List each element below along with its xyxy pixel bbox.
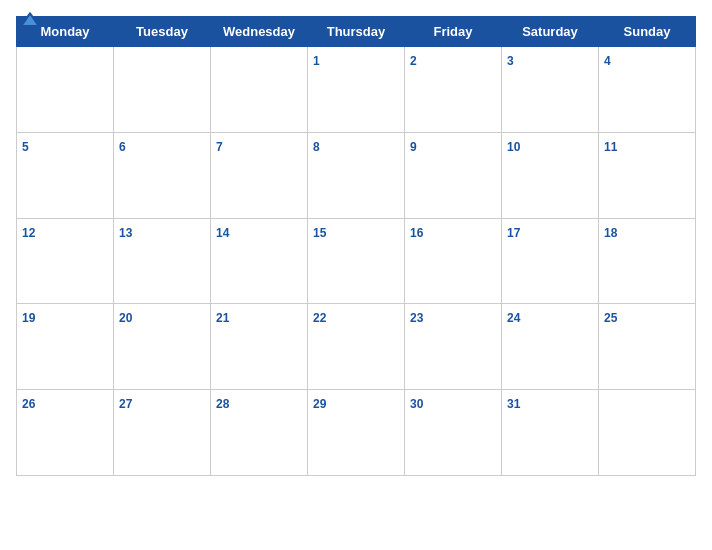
calendar-cell (599, 390, 696, 476)
logo-area (16, 10, 46, 30)
day-number: 22 (313, 311, 326, 325)
calendar-table: MondayTuesdayWednesdayThursdayFridaySatu… (16, 16, 696, 476)
calendar-cell: 4 (599, 47, 696, 133)
calendar-cell: 28 (211, 390, 308, 476)
calendar-cell: 25 (599, 304, 696, 390)
calendar-cell: 27 (114, 390, 211, 476)
calendar-cell: 26 (17, 390, 114, 476)
day-number: 3 (507, 54, 514, 68)
logo-icon (16, 10, 44, 30)
calendar-cell: 31 (502, 390, 599, 476)
calendar-cell: 11 (599, 132, 696, 218)
calendar-cell: 17 (502, 218, 599, 304)
calendar-cell (114, 47, 211, 133)
day-number: 10 (507, 140, 520, 154)
day-number: 28 (216, 397, 229, 411)
calendar-cell: 14 (211, 218, 308, 304)
calendar-cell: 29 (308, 390, 405, 476)
day-number: 2 (410, 54, 417, 68)
weekday-thursday: Thursday (308, 17, 405, 47)
calendar-cell: 1 (308, 47, 405, 133)
day-number: 5 (22, 140, 29, 154)
day-number: 19 (22, 311, 35, 325)
calendar-cell: 24 (502, 304, 599, 390)
calendar-cell: 5 (17, 132, 114, 218)
calendar-cell: 20 (114, 304, 211, 390)
day-number: 4 (604, 54, 611, 68)
calendar-cell: 3 (502, 47, 599, 133)
calendar-cell: 23 (405, 304, 502, 390)
day-number: 16 (410, 226, 423, 240)
calendar-cell: 15 (308, 218, 405, 304)
day-number: 23 (410, 311, 423, 325)
day-number: 13 (119, 226, 132, 240)
day-number: 30 (410, 397, 423, 411)
day-number: 12 (22, 226, 35, 240)
day-number: 17 (507, 226, 520, 240)
calendar-container: MondayTuesdayWednesdayThursdayFridaySatu… (0, 0, 712, 550)
day-number: 27 (119, 397, 132, 411)
calendar-cell: 7 (211, 132, 308, 218)
day-number: 1 (313, 54, 320, 68)
calendar-cell: 8 (308, 132, 405, 218)
weekday-saturday: Saturday (502, 17, 599, 47)
day-number: 21 (216, 311, 229, 325)
day-number: 6 (119, 140, 126, 154)
calendar-cell: 10 (502, 132, 599, 218)
calendar-week-row: 262728293031 (17, 390, 696, 476)
calendar-week-row: 19202122232425 (17, 304, 696, 390)
calendar-cell: 19 (17, 304, 114, 390)
weekday-header-row: MondayTuesdayWednesdayThursdayFridaySatu… (17, 17, 696, 47)
day-number: 25 (604, 311, 617, 325)
calendar-cell: 13 (114, 218, 211, 304)
calendar-cell: 12 (17, 218, 114, 304)
calendar-cell (211, 47, 308, 133)
day-number: 11 (604, 140, 617, 154)
day-number: 7 (216, 140, 223, 154)
day-number: 29 (313, 397, 326, 411)
calendar-cell: 9 (405, 132, 502, 218)
day-number: 9 (410, 140, 417, 154)
day-number: 18 (604, 226, 617, 240)
day-number: 8 (313, 140, 320, 154)
calendar-week-row: 567891011 (17, 132, 696, 218)
calendar-cell: 18 (599, 218, 696, 304)
calendar-week-row: 12131415161718 (17, 218, 696, 304)
calendar-cell: 22 (308, 304, 405, 390)
calendar-cell: 6 (114, 132, 211, 218)
calendar-cell: 16 (405, 218, 502, 304)
calendar-cell (17, 47, 114, 133)
calendar-week-row: 1234 (17, 47, 696, 133)
calendar-cell: 21 (211, 304, 308, 390)
day-number: 31 (507, 397, 520, 411)
day-number: 14 (216, 226, 229, 240)
day-number: 26 (22, 397, 35, 411)
day-number: 20 (119, 311, 132, 325)
calendar-cell: 30 (405, 390, 502, 476)
day-number: 24 (507, 311, 520, 325)
weekday-friday: Friday (405, 17, 502, 47)
weekday-wednesday: Wednesday (211, 17, 308, 47)
weekday-sunday: Sunday (599, 17, 696, 47)
calendar-cell: 2 (405, 47, 502, 133)
day-number: 15 (313, 226, 326, 240)
weekday-tuesday: Tuesday (114, 17, 211, 47)
